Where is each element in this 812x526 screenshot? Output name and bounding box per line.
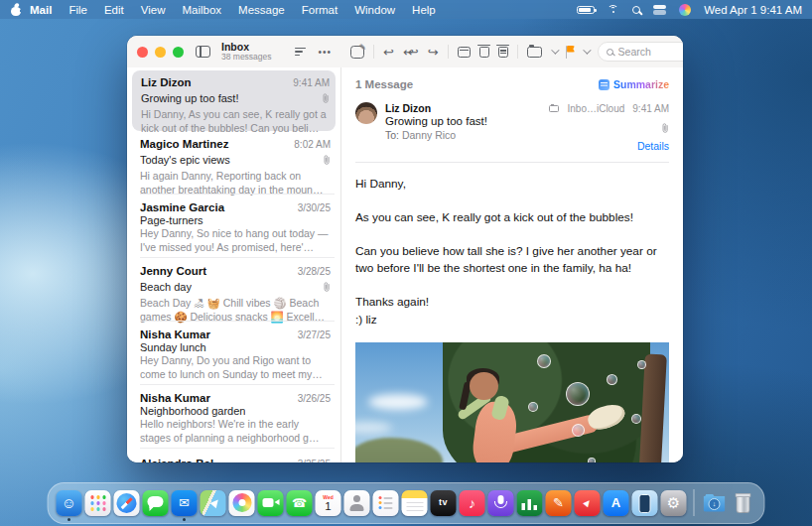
menu-message[interactable]: Message [238, 4, 285, 16]
dock-item-trash[interactable] [731, 490, 756, 516]
flag-icon[interactable] [566, 46, 576, 59]
battery-icon[interactable] [577, 6, 595, 14]
more-icon[interactable]: ••• [318, 47, 332, 58]
message-preview: Beach Day 🏖 🧺 Chill vibes 🏐 Beach games … [140, 297, 331, 324]
sidebar-toggle-icon[interactable] [196, 46, 210, 58]
phone-icon: ☎ [292, 497, 307, 509]
recipient-name: Danny Rico [402, 129, 456, 141]
trash-icon[interactable] [479, 47, 489, 58]
dock-item-podcasts[interactable] [488, 490, 514, 516]
dock-item-reminders[interactable] [373, 490, 399, 516]
running-indicator [183, 518, 186, 521]
search-placeholder: Search [618, 46, 651, 58]
music-icon: ♪ [469, 496, 475, 510]
dock-item-photos[interactable] [229, 490, 255, 516]
finder-icon: ☺ [62, 495, 76, 510]
message-row-partial[interactable]: Alejandro Bal…3/25/25 [127, 449, 340, 462]
dock-item-app-store[interactable]: A [604, 490, 629, 516]
mailbox-message-count: 38 messages [221, 53, 272, 62]
paperclip-icon [322, 89, 330, 107]
junk-icon[interactable] [498, 47, 508, 58]
zoom-button[interactable] [173, 47, 184, 58]
message-count-label: 1 Message [355, 78, 413, 90]
status-bar: Wed Apr 1 9:41 AM [577, 4, 802, 16]
message-subject: Sunday lunch [140, 341, 206, 353]
dock-item-numbers[interactable] [517, 490, 543, 516]
message-row-nisha-kumar-2[interactable]: Nisha Kumar3/26/25 Neighborhood garden H… [127, 385, 340, 449]
tv-icon: tv [439, 498, 448, 507]
compose-icon[interactable] [350, 46, 364, 59]
dock-item-finder[interactable]: ☺ [57, 490, 82, 516]
body-paragraph: As you can see, K really got a kick out … [355, 209, 669, 227]
message-row-jasmine-garcia[interactable]: Jasmine Garcia3/30/25 Page-turners Hey D… [127, 195, 340, 258]
attachment-photo[interactable] [355, 342, 669, 462]
message-row-jenny-court[interactable]: Jenny Court3/28/25 Beach day Beach Day 🏖… [127, 258, 340, 322]
summarize-icon [599, 79, 609, 90]
menu-mailbox[interactable]: Mailbox [182, 4, 221, 16]
message-row-liz-dizon[interactable]: Liz Dizon9:41 AM Growing up too fast! Hi… [132, 70, 336, 131]
reply-icon[interactable]: ↩ [383, 46, 394, 59]
dock-item-messages[interactable] [143, 490, 169, 516]
details-link[interactable]: Details [549, 139, 669, 153]
sender-avatar [355, 102, 377, 124]
message-list: Liz Dizon9:41 AM Growing up too fast! Hi… [127, 67, 341, 462]
minimize-button[interactable] [155, 47, 166, 58]
siri-icon[interactable] [679, 4, 691, 16]
wifi-icon[interactable] [608, 5, 619, 15]
dock: ☺✉☎Wed1tv♪✎▲A⚙ [48, 482, 765, 524]
dock-item-downloads[interactable] [702, 490, 728, 516]
dock-item-music[interactable]: ♪ [460, 490, 485, 516]
menu-bar-clock[interactable]: Wed Apr 1 9:41 AM [704, 4, 802, 16]
search-icon[interactable] [632, 6, 640, 14]
message-time: 3/25/25 [298, 459, 331, 462]
reply-all-icon[interactable]: ↩↩ [403, 46, 419, 59]
mail-window: Inbox 38 messages ••• ↩ ↩↩ ↪ [127, 36, 683, 462]
folder-chevron-icon[interactable] [551, 46, 559, 54]
message-row-magico-martinez[interactable]: Magico Martinez8:02 AM Today's epic view… [127, 131, 340, 195]
message-toolbar: ↩ ↩↩ ↪ Search [341, 36, 683, 67]
menu-file[interactable]: File [68, 4, 87, 16]
apple-menu-icon[interactable] [10, 3, 22, 16]
dock-item-launchpad[interactable] [85, 490, 111, 516]
reading-pane: 1 Message Summarize Liz Dizon Growing up… [341, 67, 683, 462]
dock-item-maps[interactable] [201, 490, 226, 516]
dock-item-system-settings[interactable]: ⚙ [661, 490, 687, 516]
app-store-icon: A [611, 496, 620, 509]
dock-item-pages[interactable]: ✎ [546, 490, 572, 516]
control-center-icon[interactable] [653, 5, 666, 15]
archive-icon[interactable] [458, 47, 471, 58]
summarize-button[interactable]: Summarize [599, 78, 669, 90]
to-label: To: [385, 129, 399, 141]
forward-icon[interactable]: ↪ [428, 46, 439, 59]
message-row-nisha-kumar-1[interactable]: Nisha Kumar3/27/25 Sunday lunch Hey Dann… [127, 322, 340, 385]
search-input[interactable]: Search [598, 42, 683, 62]
dock-item-facetime[interactable] [258, 490, 284, 516]
filter-icon[interactable] [295, 48, 306, 57]
dock-item-games[interactable]: ▲ [575, 490, 601, 516]
menu-help[interactable]: Help [412, 4, 436, 16]
dock-item-iphone-mirroring[interactable] [632, 490, 658, 516]
dock-item-tv[interactable]: tv [431, 490, 457, 516]
dock-item-calendar[interactable]: Wed1 [316, 490, 341, 516]
message-preview: Hey Danny, Do you and Rigo want to come … [140, 354, 331, 381]
body-signature: :) liz [355, 312, 669, 329]
close-button[interactable] [137, 47, 148, 58]
mailbox-title-block: Inbox 38 messages [221, 42, 272, 63]
menu-window[interactable]: Window [354, 4, 395, 16]
dock-item-notes[interactable] [402, 490, 428, 516]
message-time: 3/27/25 [298, 329, 331, 340]
message-time: 9:41 AM [293, 77, 330, 88]
dock-item-safari[interactable] [114, 490, 140, 516]
move-to-folder-icon[interactable] [527, 47, 542, 58]
flag-chevron-icon[interactable] [583, 46, 591, 54]
app-menus: Mail File Edit View Mailbox Message Form… [30, 4, 436, 16]
mailbox-folder-icon [549, 105, 559, 112]
dock-item-contacts[interactable] [344, 490, 370, 516]
dock-item-phone[interactable]: ☎ [287, 490, 313, 516]
menu-view[interactable]: View [141, 4, 166, 16]
menu-edit[interactable]: Edit [104, 4, 124, 16]
menu-format[interactable]: Format [302, 4, 338, 16]
menu-mail[interactable]: Mail [30, 4, 52, 16]
dock-item-mail[interactable]: ✉ [172, 490, 198, 516]
header-time: 9:41 AM [632, 102, 669, 116]
